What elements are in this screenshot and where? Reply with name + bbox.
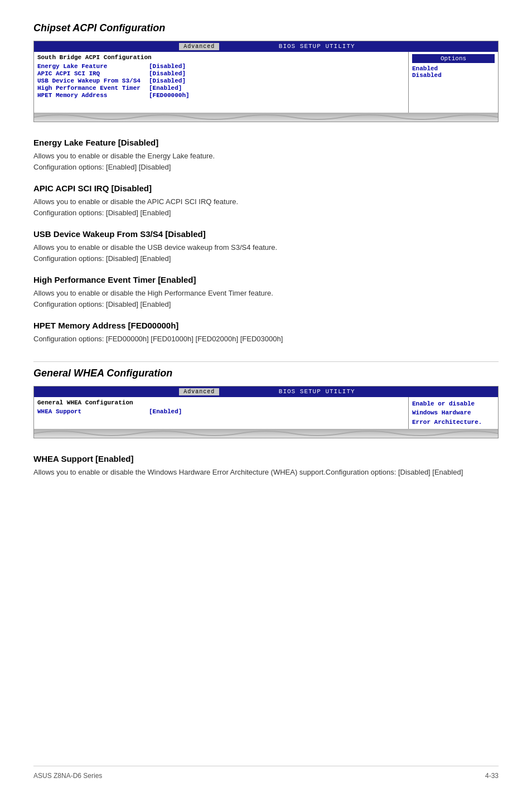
chipset-row-2-key: APIC ACPI SCI IRQ bbox=[37, 70, 149, 77]
chipset-options-label: Options bbox=[412, 54, 495, 63]
chipset-bios-header: Advanced BIOS SETUP UTILITY bbox=[34, 41, 498, 52]
whea-sidebar-text: Enable or disableWindows HardwareError A… bbox=[412, 399, 495, 427]
whea-bios-header: Advanced BIOS SETUP UTILITY bbox=[34, 386, 498, 397]
energy-lake-section: Energy Lake Feature [Disabled] Allows yo… bbox=[33, 138, 499, 172]
apic-acpi-text1: Allows you to enable or disable the APIC… bbox=[33, 196, 499, 207]
chipset-section-label: South Bridge ACPI Configuration bbox=[37, 54, 405, 61]
whea-support-heading: WHEA Support [Enabled] bbox=[33, 454, 499, 463]
energy-lake-heading: Energy Lake Feature [Disabled] bbox=[33, 138, 499, 147]
chipset-bios-body: South Bridge ACPI Configuration Energy L… bbox=[34, 52, 498, 113]
apic-acpi-heading: APIC ACPI SCI IRQ [Disabled] bbox=[33, 183, 499, 193]
chipset-row-3: USB Device Wakeup From S3/S4 [Disabled] bbox=[37, 78, 405, 84]
footer-left: ASUS Z8NA-D6 Series bbox=[33, 772, 102, 780]
high-perf-heading: High Performance Event Timer [Enabled] bbox=[33, 275, 499, 284]
usb-wakeup-section: USB Device Wakeup From S3/S4 [Disabled] … bbox=[33, 229, 499, 264]
whea-support-section: WHEA Support [Enabled] Allows you to ena… bbox=[33, 454, 499, 478]
whea-support-text1: Allows you to enable or disable the Wind… bbox=[33, 467, 499, 478]
chipset-row-4-val: [Enabled] bbox=[149, 85, 182, 91]
footer-right: 4-33 bbox=[485, 772, 499, 780]
chipset-bios-sidebar: Options Enabled Disabled bbox=[409, 52, 498, 113]
chipset-row-1-key: Energy Lake Feature bbox=[37, 63, 149, 70]
chipset-row-1: Energy Lake Feature [Disabled] bbox=[37, 63, 405, 70]
chipset-row-3-key: USB Device Wakeup From S3/S4 bbox=[37, 78, 149, 84]
chipset-section-title: Chipset ACPI Configuration bbox=[33, 22, 499, 34]
whea-row-1-val: [Enabled] bbox=[149, 408, 182, 415]
hpet-memory-section: HPET Memory Address [FED00000h] Configur… bbox=[33, 321, 499, 345]
hpet-memory-text1: Configuration options: [FED00000h] [FED0… bbox=[33, 334, 499, 345]
chipset-row-2-val: [Disabled] bbox=[149, 70, 186, 77]
chipset-row-5: HPET Memory Address [FED00000h] bbox=[37, 92, 405, 99]
chipset-option-enabled: Enabled bbox=[412, 65, 495, 72]
whea-row-1: WHEA Support [Enabled] bbox=[37, 408, 405, 415]
hpet-memory-heading: HPET Memory Address [FED00000h] bbox=[33, 321, 499, 330]
apic-acpi-text2: Configuration options: [Disabled] [Enabl… bbox=[33, 207, 499, 219]
chipset-row-4: High Performance Event Timer [Enabled] bbox=[37, 85, 405, 91]
chipset-row-4-key: High Performance Event Timer bbox=[37, 85, 149, 91]
high-perf-text2: Configuration options: [Disabled] [Enabl… bbox=[33, 299, 499, 310]
energy-lake-text2: Configuration options: [Enabled] [Disabl… bbox=[33, 162, 499, 173]
chipset-bios-screen: Advanced BIOS SETUP UTILITY South Bridge… bbox=[33, 41, 499, 122]
chipset-bios-wave bbox=[34, 113, 498, 122]
chipset-row-3-val: [Disabled] bbox=[149, 78, 186, 84]
chipset-row-2: APIC ACPI SCI IRQ [Disabled] bbox=[37, 70, 405, 77]
usb-wakeup-heading: USB Device Wakeup From S3/S4 [Disabled] bbox=[33, 229, 499, 239]
chipset-bios-title: BIOS SETUP UTILITY bbox=[279, 43, 355, 50]
whea-section-title: General WHEA Configuration bbox=[33, 368, 499, 379]
whea-bios-title: BIOS SETUP UTILITY bbox=[279, 388, 355, 395]
high-perf-section: High Performance Event Timer [Enabled] A… bbox=[33, 275, 499, 310]
chipset-row-5-val: [FED00000h] bbox=[149, 92, 190, 99]
apic-acpi-section: APIC ACPI SCI IRQ [Disabled] Allows you … bbox=[33, 183, 499, 218]
page-footer: ASUS Z8NA-D6 Series 4-33 bbox=[33, 766, 499, 780]
energy-lake-text1: Allows you to enable or disable the Ener… bbox=[33, 151, 499, 162]
chipset-row-5-key: HPET Memory Address bbox=[37, 92, 149, 99]
section-divider bbox=[33, 361, 499, 362]
whea-bios-main: General WHEA Configuration WHEA Support … bbox=[34, 397, 409, 429]
whea-bios-header-tab: Advanced bbox=[179, 388, 219, 395]
whea-row-1-key: WHEA Support bbox=[37, 408, 149, 415]
whea-bios-screen: Advanced BIOS SETUP UTILITY General WHEA… bbox=[33, 386, 499, 439]
chipset-row-1-val: [Disabled] bbox=[149, 63, 186, 70]
chipset-bios-header-tab: Advanced bbox=[179, 43, 219, 50]
whea-bios-sidebar: Enable or disableWindows HardwareError A… bbox=[409, 397, 498, 429]
chipset-option-disabled: Disabled bbox=[412, 72, 495, 79]
usb-wakeup-text2: Configuration options: [Disabled] [Enabl… bbox=[33, 253, 499, 264]
whea-bios-body: General WHEA Configuration WHEA Support … bbox=[34, 397, 498, 429]
whea-bios-wave bbox=[34, 429, 498, 438]
chipset-bios-main: South Bridge ACPI Configuration Energy L… bbox=[34, 52, 409, 113]
whea-section-label: General WHEA Configuration bbox=[37, 399, 405, 406]
usb-wakeup-text1: Allows you to enable or disable the USB … bbox=[33, 242, 499, 253]
high-perf-text1: Allows you to enable or disable the High… bbox=[33, 288, 499, 299]
